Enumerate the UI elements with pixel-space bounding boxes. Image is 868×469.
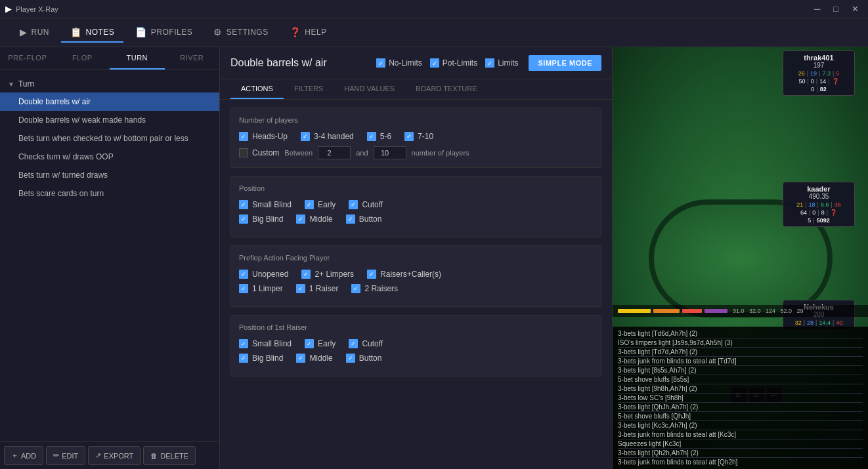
action-entry-5: 5-bet shove bluffs [8s5s] [618, 375, 863, 384]
title-bar: ▶ Player X-Ray ─ □ ✕ [0, 0, 868, 18]
early-checkbox[interactable]: ✓ [305, 200, 314, 209]
3-4-handed-checkbox[interactable]: ✓ [301, 132, 310, 141]
middle-checkbox[interactable]: ✓ [296, 214, 305, 224]
check-raiser-big-blind[interactable]: ✓ Big Blind [239, 354, 283, 363]
pot-limits-checkbox[interactable]: ✓ [430, 58, 439, 68]
no-limits-checkbox[interactable]: ✓ [376, 58, 385, 68]
check-small-blind[interactable]: ✓ Small Blind [239, 200, 292, 209]
limits-check[interactable]: ✓ Limits [485, 58, 518, 68]
check-raiser-small-blind[interactable]: ✓ Small Blind [239, 339, 292, 348]
content-area: Number of players ✓ Heads-Up ✓ 3-4 hande… [220, 100, 612, 469]
check-raisers-callers[interactable]: ✓ Raisers+Caller(s) [367, 270, 441, 279]
tab-board-texture[interactable]: BOARD TEXTURE [405, 79, 487, 99]
check-2-raisers[interactable]: ✓ 2 Raisers [351, 284, 398, 293]
close-button[interactable]: ✕ [848, 3, 863, 15]
export-button[interactable]: ↗ EXPORT [88, 446, 141, 465]
edit-button[interactable]: ✏ EDIT [46, 446, 85, 465]
check-3-4-handed[interactable]: ✓ 3-4 handed [301, 132, 354, 141]
limits-checkbox[interactable]: ✓ [485, 58, 494, 68]
unopened-checkbox[interactable]: ✓ [239, 270, 248, 279]
player-stack-kaader: 490.35 [789, 193, 849, 200]
add-button[interactable]: ＋ ADD [4, 446, 43, 465]
raiser-button-checkbox[interactable]: ✓ [346, 354, 355, 363]
section-title-players: Number of players [239, 116, 593, 124]
players-to-input[interactable] [374, 146, 406, 159]
action-entry-13: 3-bets light [Qh2h,Ah7h] (2) [618, 449, 863, 458]
cutoff-checkbox[interactable]: ✓ [349, 200, 358, 209]
players-from-input[interactable] [318, 146, 351, 159]
check-raiser-middle[interactable]: ✓ Middle [296, 354, 332, 363]
tab-filters[interactable]: FILTERS [284, 79, 334, 99]
5-6-checkbox[interactable]: ✓ [367, 132, 376, 141]
check-heads-up[interactable]: ✓ Heads-Up [239, 132, 288, 141]
player-stats-row2-thrak401: 50 | 0 | 14 | ❓ [789, 78, 849, 85]
button-checkbox[interactable]: ✓ [346, 214, 355, 224]
check-2plus-limpers[interactable]: ✓ 2+ Limpers [301, 270, 354, 279]
tree-item-checks-turn-draws[interactable]: Checks turn w/ draws OOP [0, 148, 219, 166]
player-stats-row1-nehekus: 32 | 28 | 14.4 | 40 [789, 319, 849, 326]
check-big-blind[interactable]: ✓ Big Blind [239, 214, 283, 224]
minimize-button[interactable]: ─ [810, 3, 824, 15]
right-panel: Double barrels w/ air ✓ No-Limits ✓ Pot-… [220, 47, 612, 469]
custom-checkbox[interactable] [239, 148, 248, 157]
delete-button[interactable]: 🗑 DELETE [143, 446, 196, 465]
1-raiser-checkbox[interactable]: ✓ [296, 284, 305, 293]
check-custom[interactable]: Custom [239, 148, 279, 157]
1-limper-checkbox[interactable]: ✓ [239, 284, 248, 293]
raiser-cutoff-checkbox[interactable]: ✓ [349, 339, 358, 348]
check-1-limper[interactable]: ✓ 1 Limper [239, 284, 283, 293]
tree-item-bets-turn-checked[interactable]: Bets turn when checked to w/ bottom pair… [0, 129, 219, 148]
check-raiser-cutoff[interactable]: ✓ Cutoff [349, 339, 383, 348]
pot-limits-check[interactable]: ✓ Pot-Limits [430, 58, 477, 68]
nav-help[interactable]: ❓ HELP [280, 23, 336, 43]
tab-river[interactable]: RIVER [165, 47, 220, 70]
tree-item-bets-scare-cards[interactable]: Bets scare cards on turn [0, 184, 219, 203]
tab-turn[interactable]: TURN [110, 47, 165, 70]
check-button[interactable]: ✓ Button [346, 214, 382, 224]
check-middle[interactable]: ✓ Middle [296, 214, 332, 224]
small-blind-checkbox[interactable]: ✓ [239, 200, 248, 209]
tree-group-turn[interactable]: ▼ Turn [0, 75, 219, 92]
player-kaader: kaader 490.35 21 | 18 | 6.6 | 36 64 | [783, 182, 855, 227]
tree-item-bets-turned-draws[interactable]: Bets turn w/ turned draws [0, 166, 219, 184]
nav-notes[interactable]: 📋 NOTES [61, 23, 123, 43]
check-unopened[interactable]: ✓ Unopened [239, 270, 288, 279]
check-early[interactable]: ✓ Early [305, 200, 336, 209]
tab-preflop[interactable]: PRE-FLOP [0, 47, 55, 70]
tab-flop[interactable]: FLOP [55, 47, 110, 70]
top-navigation: ▶ RUN 📋 NOTES 📄 PROFILES ⚙ SETTINGS ❓ HE… [0, 18, 868, 47]
raiser-big-blind-checkbox[interactable]: ✓ [239, 354, 248, 363]
2plus-limpers-checkbox[interactable]: ✓ [301, 270, 311, 279]
window-controls: ─ □ ✕ [810, 3, 863, 15]
raiser-small-blind-checkbox[interactable]: ✓ [239, 339, 248, 348]
7-10-checkbox[interactable]: ✓ [404, 132, 414, 141]
check-cutoff[interactable]: ✓ Cutoff [349, 200, 383, 209]
nav-profiles[interactable]: 📄 PROFILES [126, 23, 202, 43]
maximize-button[interactable]: □ [829, 3, 842, 15]
help-icon: ❓ [290, 27, 301, 37]
2-raisers-checkbox[interactable]: ✓ [351, 284, 360, 293]
nav-run[interactable]: ▶ RUN [11, 23, 58, 43]
tree-item-double-barrels-air[interactable]: Double barrels w/ air [0, 92, 219, 111]
action-entry-7: 3-bets low SC's [9h8h] [618, 394, 863, 403]
raisers-callers-checkbox[interactable]: ✓ [367, 270, 376, 279]
raiser-row2: ✓ Big Blind ✓ Middle ✓ Button [239, 354, 593, 363]
raiser-early-checkbox[interactable]: ✓ [305, 339, 314, 348]
tab-hand-values[interactable]: HAND VALUES [334, 79, 405, 99]
street-tabs: PRE-FLOP FLOP TURN RIVER [0, 47, 219, 70]
no-limits-check[interactable]: ✓ No-Limits [376, 58, 422, 68]
check-raiser-button[interactable]: ✓ Button [346, 354, 382, 363]
nav-settings[interactable]: ⚙ SETTINGS [204, 23, 278, 43]
check-1-raiser[interactable]: ✓ 1 Raiser [296, 284, 339, 293]
app-title: Player X-Ray [16, 5, 58, 13]
tree-item-double-barrels-weak[interactable]: Double barrels w/ weak made hands [0, 111, 219, 129]
raiser-middle-checkbox[interactable]: ✓ [296, 354, 305, 363]
heads-up-checkbox[interactable]: ✓ [239, 132, 248, 141]
action-entry-6: 3-bets light [9h8h,Ah7h] (2) [618, 384, 863, 394]
check-5-6[interactable]: ✓ 5-6 [367, 132, 391, 141]
check-raiser-early[interactable]: ✓ Early [305, 339, 336, 348]
tab-actions[interactable]: ACTIONS [230, 79, 284, 99]
simple-mode-button[interactable]: SIMPLE MODE [529, 55, 601, 71]
check-7-10[interactable]: ✓ 7-10 [404, 132, 433, 141]
big-blind-checkbox[interactable]: ✓ [239, 214, 248, 224]
